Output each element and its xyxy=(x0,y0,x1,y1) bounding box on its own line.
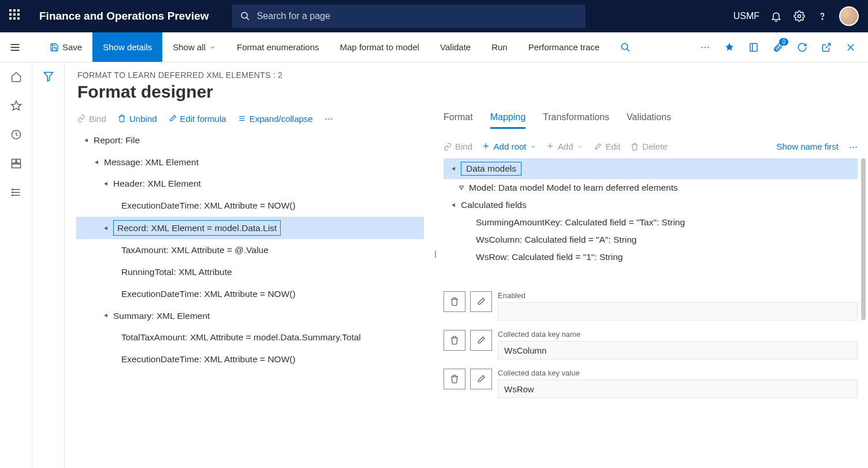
ds-node[interactable]: Model: Data model Model to learn deferre… xyxy=(444,179,858,196)
prop-delete-button[interactable] xyxy=(444,369,465,389)
tree-node[interactable]: TotalTaxAmount: XML Attribute = model.Da… xyxy=(76,326,424,348)
add-root-button[interactable]: +Add root xyxy=(483,140,537,153)
tree-node[interactable]: Message: XML Element xyxy=(76,151,424,173)
refresh-icon[interactable] xyxy=(796,42,808,53)
svg-line-8 xyxy=(627,49,629,51)
keyname-label: Collected data key name xyxy=(498,330,858,339)
ds-node[interactable]: Calculated fields xyxy=(444,196,858,214)
search-command-button[interactable] xyxy=(610,32,641,62)
attachments-icon[interactable]: 0 xyxy=(772,42,784,53)
svg-marker-29 xyxy=(84,139,88,143)
home-icon[interactable] xyxy=(10,70,23,83)
show-details-button[interactable]: Show details xyxy=(92,32,162,62)
svg-point-3 xyxy=(822,18,822,19)
tab-validations[interactable]: Validations xyxy=(627,112,671,129)
tree-node[interactable]: ExecutionDateTime: XML Attribute = NOW() xyxy=(76,348,424,370)
show-name-first-button[interactable]: Show name first xyxy=(776,142,839,151)
show-all-button[interactable]: Show all xyxy=(162,32,226,62)
tree-node[interactable]: Summary: XML Element xyxy=(76,305,424,327)
tree-node-selected[interactable]: Record: XML Element = model.Data.List xyxy=(76,217,424,240)
recent-icon[interactable] xyxy=(10,128,23,141)
modules-icon[interactable] xyxy=(10,186,23,199)
workspaces-icon[interactable] xyxy=(10,157,23,170)
prop-delete-button[interactable] xyxy=(444,330,465,351)
caret-icon[interactable] xyxy=(449,165,457,173)
caret-icon[interactable] xyxy=(102,180,110,188)
right-more-button[interactable]: ⋯ xyxy=(849,142,858,152)
pop-out-icon[interactable] xyxy=(821,42,832,53)
more-icon[interactable]: ⋯ xyxy=(699,42,711,53)
prop-edit-button[interactable] xyxy=(470,369,492,389)
performance-trace-button[interactable]: Performance trace xyxy=(518,32,610,62)
caret-icon[interactable] xyxy=(449,201,457,209)
keyvalue-label: Collected data key value xyxy=(498,369,858,377)
save-button[interactable]: Save xyxy=(39,32,92,62)
enabled-field[interactable] xyxy=(498,302,858,321)
favorites-icon[interactable] xyxy=(10,99,23,112)
global-search[interactable] xyxy=(232,5,586,28)
tab-format[interactable]: Format xyxy=(444,112,473,129)
tab-mapping[interactable]: Mapping xyxy=(490,112,526,129)
company-picker[interactable]: USMF xyxy=(733,11,759,21)
svg-rect-17 xyxy=(16,159,20,164)
avatar[interactable] xyxy=(839,6,859,26)
prop-edit-button[interactable] xyxy=(470,330,492,351)
svg-point-7 xyxy=(621,43,628,50)
tree-node[interactable]: Report: File xyxy=(76,129,424,151)
office-icon[interactable] xyxy=(748,42,759,53)
nav-toggle-icon[interactable] xyxy=(9,42,21,55)
run-button[interactable]: Run xyxy=(481,32,518,62)
search-input[interactable] xyxy=(257,11,578,21)
prop-edit-button[interactable] xyxy=(470,291,492,312)
edit-formula-button[interactable]: Edit formula xyxy=(169,114,226,124)
caret-icon[interactable] xyxy=(82,136,90,144)
keyname-field[interactable] xyxy=(498,341,858,359)
ds-node[interactable]: WsRow: Calculated field = "1": String xyxy=(444,248,858,266)
ds-node-selected[interactable]: Data models xyxy=(444,158,858,179)
prop-delete-button[interactable] xyxy=(444,291,465,312)
tree-node[interactable]: RunningTotal: XML Attribute xyxy=(76,261,424,283)
extension-icon[interactable] xyxy=(724,42,735,53)
ds-node[interactable]: WsColumn: Calculated field = "A": String xyxy=(444,231,858,248)
validate-button[interactable]: Validate xyxy=(430,32,481,62)
svg-marker-32 xyxy=(104,226,107,230)
delete-button[interactable]: Delete xyxy=(631,142,667,151)
keyvalue-field[interactable] xyxy=(498,380,858,398)
right-bind-button[interactable]: Bind xyxy=(444,142,472,151)
help-icon[interactable] xyxy=(816,10,829,23)
format-enumerations-button[interactable]: Format enumerations xyxy=(226,32,330,62)
pane-splitter[interactable]: || xyxy=(432,105,438,468)
gear-icon[interactable] xyxy=(793,10,806,23)
filter-icon[interactable] xyxy=(43,70,54,468)
edit-button[interactable]: Edit xyxy=(594,142,620,151)
close-icon[interactable] xyxy=(845,42,856,53)
page-title: Format designer xyxy=(77,82,855,102)
svg-rect-16 xyxy=(12,159,16,164)
ds-node[interactable]: SummingAmountKey: Calculated field = "Ta… xyxy=(444,214,858,231)
tree-node[interactable]: ExecutionDateTime: XML Attribute = NOW() xyxy=(76,283,424,305)
caret-icon[interactable] xyxy=(102,311,110,320)
map-format-button[interactable]: Map format to model xyxy=(330,32,430,62)
left-more-button[interactable]: ⋯ xyxy=(325,113,333,124)
svg-marker-35 xyxy=(460,186,464,190)
svg-marker-30 xyxy=(95,160,98,164)
svg-marker-34 xyxy=(452,167,455,171)
chevron-down-icon xyxy=(530,143,537,150)
bind-button[interactable]: Bind xyxy=(77,114,106,124)
tree-node[interactable]: TaxAmount: XML Attribute = @.Value xyxy=(76,239,424,261)
app-launcher-icon[interactable] xyxy=(9,9,23,23)
add-button[interactable]: +Add xyxy=(547,140,583,153)
search-icon xyxy=(620,42,631,53)
bell-icon[interactable] xyxy=(770,10,783,23)
caret-icon[interactable] xyxy=(457,184,465,192)
tree-node[interactable]: ExecutionDateTime: XML Attribute = NOW() xyxy=(76,195,424,217)
svg-point-22 xyxy=(12,189,13,190)
caret-icon[interactable] xyxy=(92,158,100,166)
expand-collapse-button[interactable]: Expand/collapse xyxy=(238,114,313,124)
tree-node[interactable]: Header: XML Element xyxy=(76,173,424,195)
svg-rect-9 xyxy=(750,43,757,51)
unbind-button[interactable]: Unbind xyxy=(118,114,157,124)
caret-icon[interactable] xyxy=(102,224,110,232)
tab-transformations[interactable]: Transformations xyxy=(543,112,609,129)
svg-rect-18 xyxy=(12,164,20,168)
